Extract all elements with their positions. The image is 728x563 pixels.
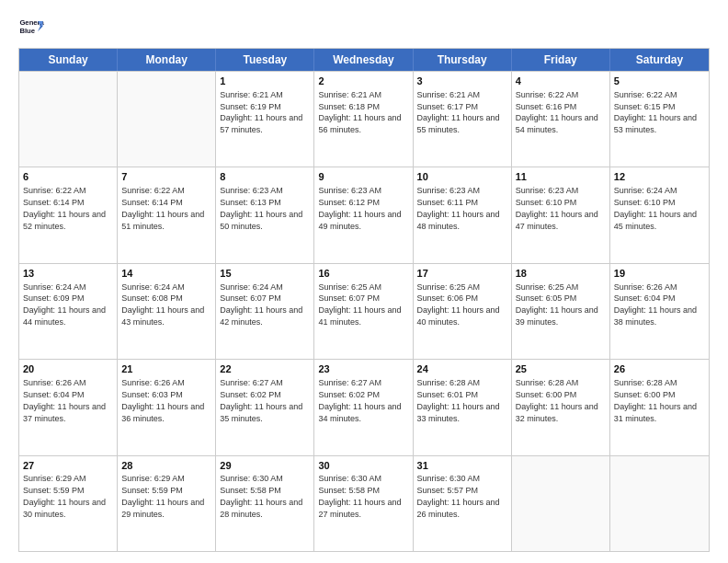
cell-info: Sunrise: 6:26 AMSunset: 6:04 PMDaylight:…: [614, 282, 697, 327]
day-number: 2: [318, 75, 408, 88]
day-number: 6: [23, 170, 113, 184]
day-number: 9: [318, 170, 408, 184]
calendar-cell: 13Sunrise: 6:24 AMSunset: 6:09 PMDayligh…: [19, 264, 118, 359]
cell-info: Sunrise: 6:27 AMSunset: 6:02 PMDaylight:…: [318, 378, 401, 422]
day-number: 14: [121, 267, 211, 281]
cell-info: Sunrise: 6:29 AMSunset: 5:59 PMDaylight:…: [23, 474, 106, 518]
cell-info: Sunrise: 6:23 AMSunset: 6:12 PMDaylight:…: [318, 186, 401, 230]
calendar-cell: 30Sunrise: 6:30 AMSunset: 5:58 PMDayligh…: [314, 456, 413, 551]
cell-info: Sunrise: 6:22 AMSunset: 6:14 PMDaylight:…: [23, 186, 106, 230]
day-number: 21: [121, 362, 211, 376]
calendar-cell: 1Sunrise: 6:21 AMSunset: 6:19 PMDaylight…: [216, 72, 314, 167]
calendar-cell: 12Sunrise: 6:24 AMSunset: 6:10 PMDayligh…: [610, 167, 709, 262]
cell-info: Sunrise: 6:25 AMSunset: 6:05 PMDaylight:…: [516, 282, 598, 327]
cell-info: Sunrise: 6:28 AMSunset: 6:00 PMDaylight:…: [516, 378, 598, 422]
calendar-cell: 20Sunrise: 6:26 AMSunset: 6:04 PMDayligh…: [19, 360, 118, 454]
day-number: 22: [220, 362, 310, 376]
day-number: 18: [516, 267, 606, 281]
calendar-cell: 15Sunrise: 6:24 AMSunset: 6:07 PMDayligh…: [216, 264, 314, 359]
cell-info: Sunrise: 6:25 AMSunset: 6:06 PMDaylight:…: [417, 282, 500, 327]
day-number: 13: [23, 267, 113, 281]
calendar-cell: 9Sunrise: 6:23 AMSunset: 6:12 PMDaylight…: [314, 167, 413, 262]
day-number: 5: [614, 75, 705, 88]
calendar-header: SundayMondayTuesdayWednesdayThursdayFrid…: [19, 49, 709, 71]
calendar-row: 1Sunrise: 6:21 AMSunset: 6:19 PMDaylight…: [19, 71, 709, 167]
calendar-cell: 4Sunrise: 6:22 AMSunset: 6:16 PMDaylight…: [512, 72, 610, 167]
cell-info: Sunrise: 6:25 AMSunset: 6:07 PMDaylight:…: [318, 282, 401, 327]
calendar-cell: 28Sunrise: 6:29 AMSunset: 5:59 PMDayligh…: [118, 456, 216, 551]
header: General Blue: [18, 15, 710, 40]
day-number: 7: [121, 170, 211, 184]
calendar-cell: 22Sunrise: 6:27 AMSunset: 6:02 PMDayligh…: [216, 360, 314, 454]
day-number: 17: [417, 267, 507, 281]
cell-info: Sunrise: 6:29 AMSunset: 5:59 PMDaylight:…: [121, 474, 204, 518]
calendar-row: 13Sunrise: 6:24 AMSunset: 6:09 PMDayligh…: [19, 263, 709, 359]
header-day: Friday: [512, 49, 610, 71]
cell-info: Sunrise: 6:21 AMSunset: 6:17 PMDaylight:…: [417, 90, 500, 134]
cell-info: Sunrise: 6:22 AMSunset: 6:15 PMDaylight:…: [614, 90, 697, 134]
svg-text:Blue: Blue: [19, 27, 35, 35]
day-number: 23: [318, 362, 408, 376]
cell-info: Sunrise: 6:23 AMSunset: 6:11 PMDaylight:…: [417, 186, 500, 230]
cell-info: Sunrise: 6:30 AMSunset: 5:57 PMDaylight:…: [417, 474, 500, 518]
day-number: 30: [318, 459, 408, 473]
page: General Blue SundayMondayTuesdayWednesda…: [0, 0, 728, 563]
day-number: 1: [220, 75, 310, 88]
calendar-cell: 17Sunrise: 6:25 AMSunset: 6:06 PMDayligh…: [414, 264, 512, 359]
day-number: 11: [516, 170, 606, 184]
calendar-cell: 8Sunrise: 6:23 AMSunset: 6:13 PMDaylight…: [216, 167, 314, 262]
day-number: 19: [614, 267, 705, 281]
day-number: 10: [417, 170, 507, 184]
cell-info: Sunrise: 6:28 AMSunset: 6:01 PMDaylight:…: [417, 378, 500, 422]
cell-info: Sunrise: 6:30 AMSunset: 5:58 PMDaylight:…: [220, 474, 302, 518]
cell-info: Sunrise: 6:23 AMSunset: 6:10 PMDaylight:…: [516, 186, 598, 230]
calendar-cell: 26Sunrise: 6:28 AMSunset: 6:00 PMDayligh…: [610, 360, 709, 454]
calendar-cell: 11Sunrise: 6:23 AMSunset: 6:10 PMDayligh…: [512, 167, 610, 262]
calendar-cell: 24Sunrise: 6:28 AMSunset: 6:01 PMDayligh…: [414, 360, 512, 454]
calendar-cell: 10Sunrise: 6:23 AMSunset: 6:11 PMDayligh…: [414, 167, 512, 262]
calendar-cell: [512, 456, 610, 551]
cell-info: Sunrise: 6:24 AMSunset: 6:08 PMDaylight:…: [121, 282, 204, 327]
calendar-cell: [610, 456, 709, 551]
calendar-body: 1Sunrise: 6:21 AMSunset: 6:19 PMDaylight…: [19, 71, 709, 551]
header-day: Wednesday: [314, 49, 413, 71]
calendar-cell: 25Sunrise: 6:28 AMSunset: 6:00 PMDayligh…: [512, 360, 610, 454]
calendar-row: 27Sunrise: 6:29 AMSunset: 5:59 PMDayligh…: [19, 455, 709, 551]
day-number: 3: [417, 75, 507, 88]
calendar-cell: 29Sunrise: 6:30 AMSunset: 5:58 PMDayligh…: [216, 456, 314, 551]
cell-info: Sunrise: 6:22 AMSunset: 6:16 PMDaylight:…: [516, 90, 598, 134]
calendar-cell: 21Sunrise: 6:26 AMSunset: 6:03 PMDayligh…: [118, 360, 216, 454]
calendar-cell: 18Sunrise: 6:25 AMSunset: 6:05 PMDayligh…: [512, 264, 610, 359]
cell-info: Sunrise: 6:23 AMSunset: 6:13 PMDaylight:…: [220, 186, 302, 230]
header-day: Monday: [118, 49, 216, 71]
day-number: 28: [121, 459, 211, 473]
day-number: 16: [318, 267, 408, 281]
day-number: 24: [417, 362, 507, 376]
cell-info: Sunrise: 6:21 AMSunset: 6:18 PMDaylight:…: [318, 90, 401, 134]
calendar-cell: 27Sunrise: 6:29 AMSunset: 5:59 PMDayligh…: [19, 456, 118, 551]
day-number: 20: [23, 362, 113, 376]
calendar-cell: 16Sunrise: 6:25 AMSunset: 6:07 PMDayligh…: [314, 264, 413, 359]
day-number: 27: [23, 459, 113, 473]
calendar-cell: 5Sunrise: 6:22 AMSunset: 6:15 PMDaylight…: [610, 72, 709, 167]
cell-info: Sunrise: 6:24 AMSunset: 6:09 PMDaylight:…: [23, 282, 106, 327]
cell-info: Sunrise: 6:27 AMSunset: 6:02 PMDaylight:…: [220, 378, 302, 422]
day-number: 29: [220, 459, 310, 473]
calendar-cell: 3Sunrise: 6:21 AMSunset: 6:17 PMDaylight…: [414, 72, 512, 167]
cell-info: Sunrise: 6:24 AMSunset: 6:10 PMDaylight:…: [614, 186, 697, 230]
calendar-row: 6Sunrise: 6:22 AMSunset: 6:14 PMDaylight…: [19, 167, 709, 262]
day-number: 25: [516, 362, 606, 376]
logo: General Blue: [18, 15, 46, 40]
calendar-cell: 7Sunrise: 6:22 AMSunset: 6:14 PMDaylight…: [118, 167, 216, 262]
header-day: Sunday: [19, 49, 118, 71]
cell-info: Sunrise: 6:22 AMSunset: 6:14 PMDaylight:…: [121, 186, 204, 230]
day-number: 12: [614, 170, 705, 184]
cell-info: Sunrise: 6:28 AMSunset: 6:00 PMDaylight:…: [614, 378, 697, 422]
day-number: 31: [417, 459, 507, 473]
calendar-cell: 6Sunrise: 6:22 AMSunset: 6:14 PMDaylight…: [19, 167, 118, 262]
day-number: 26: [614, 362, 705, 376]
header-day: Tuesday: [216, 49, 314, 71]
cell-info: Sunrise: 6:30 AMSunset: 5:58 PMDaylight:…: [318, 474, 401, 518]
cell-info: Sunrise: 6:21 AMSunset: 6:19 PMDaylight:…: [220, 90, 302, 134]
cell-info: Sunrise: 6:24 AMSunset: 6:07 PMDaylight:…: [220, 282, 302, 327]
